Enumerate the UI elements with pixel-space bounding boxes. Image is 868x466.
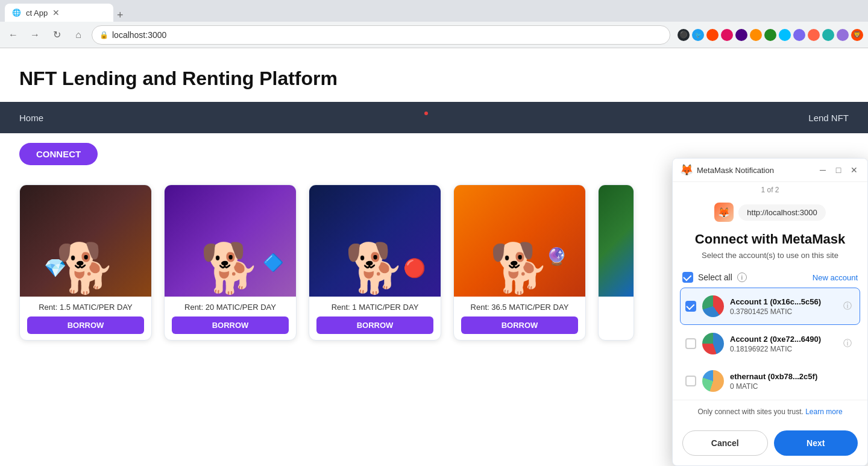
metamask-fox-icon: 🦊 (680, 163, 693, 177)
next-button[interactable]: Next (774, 430, 858, 456)
account-1-details-button[interactable]: ⓘ (840, 299, 855, 313)
eth-illustration-2: 🔷 (263, 253, 284, 272)
trust-notice-text: Only connect with sites you trust. (697, 408, 803, 416)
twitter-ext[interactable]: 🐦 (692, 29, 704, 41)
forward-button[interactable]: → (27, 27, 43, 43)
account-item-2[interactable]: Account 2 (0xe72...6490) 0.18196922 MATI… (680, 325, 860, 362)
nft-image-3: 🐕 🔴 (309, 185, 441, 297)
select-all-left: Select all i (682, 272, 747, 283)
account-3-avatar (702, 370, 724, 392)
nft-card-2: 🐕 🔷 Rent: 20 MATIC/PER DAY BORROW (164, 184, 297, 341)
borrow-button-3[interactable]: BORROW (316, 316, 433, 334)
account-2-checkbox[interactable] (685, 338, 696, 349)
ext4[interactable] (721, 29, 733, 41)
ext7[interactable] (764, 29, 776, 41)
select-all-checkbox[interactable] (682, 272, 693, 283)
nft-info-4: Rent: 36.5 MATIC/PER DAY BORROW (454, 297, 585, 340)
metamask-connect-title: Connect with MetaMask (673, 231, 867, 251)
nav-home[interactable]: Home (19, 113, 43, 123)
address-bar[interactable]: 🔒 localhost:3000 (92, 25, 670, 45)
tab-title: ct App (26, 8, 48, 17)
connect-button[interactable]: CONNECT (19, 143, 98, 165)
nft-card-5 (598, 184, 634, 341)
metamask-site-icon: 🦊 (714, 203, 734, 222)
metamask-title-bar-title: 🦊 MetaMask Notification (680, 163, 774, 177)
nft-image-4: 🐕 🔮 (454, 185, 585, 297)
nft-rent-3: Rent: 1 MATIC/PER DAY (316, 303, 433, 312)
back-button[interactable]: ← (5, 27, 22, 43)
account-3-checkbox[interactable] (685, 376, 696, 386)
github-ext[interactable]: ⚫ (678, 29, 690, 41)
window-controls: ─ □ ✕ (817, 164, 860, 176)
metamask-notification-panel: 🦊 MetaMask Notification ─ □ ✕ 1 of 2 🦊 h… (672, 158, 868, 466)
brave-ext[interactable]: 🦁 (851, 29, 863, 41)
nft-card-3: 🐕 🔴 Rent: 1 MATIC/PER DAY BORROW (309, 184, 441, 341)
nft-image-2: 🐕 🔷 (165, 185, 296, 297)
active-tab[interactable]: 🌐 ct App ✕ (5, 4, 113, 22)
nav-lend-nft[interactable]: Lend NFT (808, 113, 849, 123)
ext8[interactable] (779, 29, 791, 41)
learn-more-link[interactable]: Learn more (805, 408, 842, 416)
url-text: localhost:3000 (112, 30, 166, 40)
account-2-avatar (702, 333, 724, 354)
select-all-label: Select all (698, 272, 732, 282)
ext10[interactable] (808, 29, 820, 41)
account-1-info: Account 1 (0x16c...5c56) 0.37801425 MATI… (730, 297, 834, 316)
select-all-row: Select all i New account (673, 267, 867, 288)
dog-illustration-2: 🐕 (200, 240, 260, 297)
browser-toolbar: ← → ↻ ⌂ 🔒 localhost:3000 ⚫ 🐦 🦁 (0, 22, 868, 48)
account-3-balance: 0 MATIC (730, 382, 855, 391)
home-button[interactable]: ⌂ (70, 27, 87, 43)
borrow-button-1[interactable]: BORROW (27, 316, 144, 334)
nft-card: 🐕 💎 Rent: 1.5 MATIC/PER DAY BORROW (19, 184, 152, 341)
tab-close-button[interactable]: ✕ (52, 8, 60, 17)
ext9[interactable] (793, 29, 805, 41)
reload-button[interactable]: ↻ (48, 27, 65, 43)
new-account-link[interactable]: New account (813, 273, 858, 282)
metamask-action-buttons: Cancel Next (673, 423, 867, 465)
nft-image-1: 🐕 💎 (20, 185, 151, 297)
site-title: NFT Lending and Renting Platform (0, 48, 868, 102)
cancel-button[interactable]: Cancel (682, 430, 768, 456)
dog-illustration-3: 🐕 (345, 240, 405, 297)
nft-info-1: Rent: 1.5 MATIC/PER DAY BORROW (20, 297, 151, 340)
account-3-info: ethernaut (0xb78...2c5f) 0 MATIC (730, 372, 855, 391)
ext11[interactable] (822, 29, 834, 41)
notification-dot (424, 112, 428, 115)
metamask-window-title: MetaMask Notification (697, 166, 774, 175)
metamask-site-address: http://localhost:3000 (738, 204, 825, 221)
metamask-pagination: 1 of 2 (673, 182, 867, 198)
metamask-site-url-row: 🦊 http://localhost:3000 (673, 198, 867, 231)
metamask-titlebar: 🦊 MetaMask Notification ─ □ ✕ (673, 159, 867, 182)
reddit-ext[interactable] (706, 29, 719, 41)
website-content: NFT Lending and Renting Platform Home Le… (0, 48, 868, 466)
borrow-button-4[interactable]: BORROW (461, 316, 578, 334)
nft-rent-4: Rent: 36.5 MATIC/PER DAY (461, 303, 578, 312)
crystal-illustration-1: 💎 (44, 257, 66, 279)
trust-notice: Only connect with sites you trust. Learn… (673, 400, 867, 423)
site-navigation: Home Lend NFT (0, 102, 868, 133)
account-1-checkbox[interactable] (685, 301, 696, 312)
eth-badge-4: 🔮 (546, 247, 567, 266)
account-1-balance: 0.37801425 MATIC (730, 307, 834, 316)
ext5[interactable] (735, 29, 747, 41)
nft-info-2: Rent: 20 MATIC/PER DAY BORROW (165, 297, 296, 340)
minimize-button[interactable]: ─ (817, 164, 829, 176)
close-button[interactable]: ✕ (848, 164, 860, 176)
accounts-list: Account 1 (0x16c...5c56) 0.37801425 MATI… (673, 288, 867, 400)
browser-window: 🌐 ct App ✕ + ← → ↻ ⌂ 🔒 localhost:3000 ⚫ … (0, 0, 868, 466)
nft-info-3: Rent: 1 MATIC/PER DAY BORROW (309, 297, 441, 340)
account-2-balance: 0.18196922 MATIC (730, 345, 834, 353)
account-2-info: Account 2 (0xe72...6490) 0.18196922 MATI… (730, 335, 834, 353)
maximize-button[interactable]: □ (832, 164, 844, 176)
account-1-avatar (702, 295, 724, 317)
ext6[interactable] (750, 29, 762, 41)
account-item-3[interactable]: ethernaut (0xb78...2c5f) 0 MATIC (680, 362, 860, 400)
select-all-info-icon[interactable]: i (737, 272, 747, 282)
new-tab-button[interactable]: + (113, 9, 127, 22)
ext12[interactable] (837, 29, 849, 41)
nft-image-5 (599, 185, 634, 297)
borrow-button-2[interactable]: BORROW (172, 316, 289, 334)
account-2-details-button[interactable]: ⓘ (840, 336, 855, 351)
account-item-1[interactable]: Account 1 (0x16c...5c56) 0.37801425 MATI… (680, 288, 860, 325)
